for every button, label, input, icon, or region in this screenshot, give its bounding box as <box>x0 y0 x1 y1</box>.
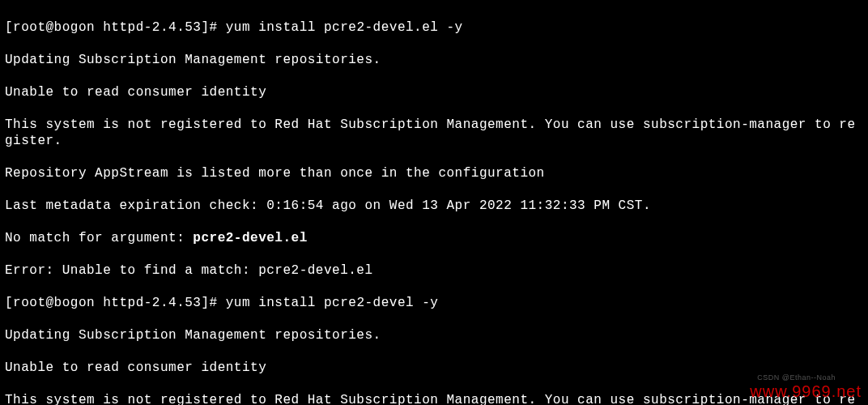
shell-prompt: [root@bogon httpd-2.4.53]# <box>5 296 226 310</box>
command-text: yum install pcre2-devel -y <box>226 296 439 310</box>
output-line: Updating Subscription Management reposit… <box>5 327 863 343</box>
output-line: This system is not registered to Red Hat… <box>5 117 863 149</box>
output-line: Unable to read consumer identity <box>5 84 863 100</box>
output-line: Last metadata expiration check: 0:16:54 … <box>5 198 863 214</box>
output-line: Updating Subscription Management reposit… <box>5 52 863 68</box>
output-argument: pcre2-devel.el <box>193 231 307 245</box>
output-line: Unable to read consumer identity <box>5 360 863 376</box>
shell-prompt: [root@bogon httpd-2.4.53]# <box>5 20 226 35</box>
output-line: This system is not registered to Red Hat… <box>5 392 863 405</box>
terminal-output[interactable]: [root@bogon httpd-2.4.53]# yum install p… <box>5 3 863 405</box>
command-text: yum install pcre2-devel.el -y <box>226 20 463 35</box>
output-line: Repository AppStream is listed more than… <box>5 165 863 181</box>
output-line: No match for argument: <box>5 231 193 245</box>
output-error: Error: Unable to find a match: pcre2-dev… <box>5 262 863 279</box>
watermark: www.9969.net <box>750 382 862 402</box>
